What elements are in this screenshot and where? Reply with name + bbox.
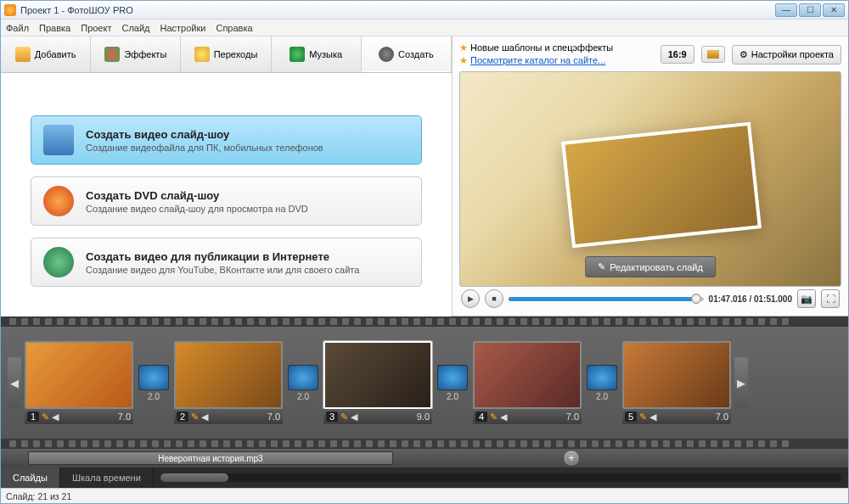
slide-number: 5 (625, 412, 637, 422)
create-panel: Создать видео слайд-шоуСоздание видеофай… (1, 73, 452, 329)
transition-duration: 2.0 (447, 392, 458, 401)
transition-thumb[interactable] (437, 365, 468, 390)
edit-slide-button[interactable]: ✎Редактировать слайд (585, 256, 716, 277)
pencil-icon[interactable]: ✎ (340, 412, 348, 423)
transition-thumb[interactable] (288, 365, 318, 390)
prev-slide-button[interactable]: ◀ (8, 357, 21, 408)
slide-4[interactable]: 4✎◀7.0 (473, 341, 582, 424)
slide-thumb[interactable] (622, 341, 731, 409)
transition[interactable]: 2.0 (137, 365, 171, 401)
tab-music[interactable]: Музыка (272, 36, 362, 72)
scroll-handle[interactable] (160, 473, 228, 482)
transition[interactable]: 2.0 (585, 365, 619, 401)
sound-icon[interactable]: ◀ (201, 412, 208, 423)
transition[interactable]: 2.0 (436, 365, 469, 401)
menu-slide[interactable]: Слайд (121, 23, 149, 33)
slide-3[interactable]: 3✎◀9.0 (323, 341, 432, 424)
close-button[interactable]: ✕ (823, 3, 845, 17)
menu-edit[interactable]: Правка (39, 23, 70, 33)
transition-duration: 2.0 (297, 392, 309, 401)
stop-button[interactable]: ■ (485, 289, 503, 308)
filmstrip-top (1, 316, 848, 327)
view-timeline-tab[interactable]: Шкала времени (60, 468, 154, 488)
app-icon (4, 4, 16, 16)
seek-bar[interactable] (509, 297, 704, 301)
pencil-icon[interactable]: ✎ (490, 412, 498, 423)
option-dvd-slideshow[interactable]: Создать DVD слайд-шоуСоздание видео слай… (31, 176, 422, 226)
tab-transitions[interactable]: Переходы (181, 36, 271, 72)
maximize-button[interactable]: ☐ (799, 3, 821, 17)
slide-info: 5✎◀7.0 (622, 409, 731, 424)
slide-2[interactable]: 2✎◀7.0 (174, 341, 283, 424)
transition[interactable]: 2.0 (286, 365, 320, 401)
transition-thumb[interactable] (138, 365, 169, 390)
menu-help[interactable]: Справка (216, 23, 252, 33)
option-web-video[interactable]: Создать видео для публикации в Интернете… (31, 238, 422, 287)
view-tabs: Слайды Шкала времени (1, 468, 848, 488)
timeline-scrollbar[interactable] (160, 473, 841, 482)
slide-info: 3✎◀9.0 (323, 409, 432, 424)
slide-thumb[interactable] (174, 341, 283, 409)
sound-icon[interactable]: ◀ (649, 412, 656, 423)
globe-icon (43, 247, 74, 277)
player-controls: ▶ ■ 01:47.016 / 01:51.000 📷 ⛶ (459, 287, 841, 311)
next-slide-button[interactable]: ▶ (734, 357, 748, 408)
palette-icon (104, 47, 120, 62)
slide-info: 1✎◀7.0 (25, 409, 133, 424)
slide-info: 4✎◀7.0 (473, 409, 582, 424)
slide-5[interactable]: 5✎◀7.0 (622, 341, 731, 424)
slide-1[interactable]: 1✎◀7.0 (25, 341, 133, 424)
left-panel: Добавить Эффекты Переходы Музыка Создать… (1, 36, 453, 316)
sound-icon[interactable]: ◀ (351, 412, 357, 423)
pencil-icon[interactable]: ✎ (191, 412, 199, 423)
tab-create[interactable]: Создать (362, 36, 452, 72)
time-display: 01:47.016 / 01:51.000 (709, 294, 792, 304)
slide-duration: 7.0 (118, 412, 131, 422)
pencil-icon: ✎ (598, 261, 605, 272)
snapshot-button[interactable]: 📷 (797, 289, 816, 308)
slide-duration: 7.0 (716, 412, 728, 422)
right-panel: ★Новые шаблоны и спецэффекты ★Посмотрите… (453, 36, 848, 316)
menu-settings[interactable]: Настройки (160, 23, 206, 33)
titlebar: Проект 1 - ФотоШОУ PRO — ☐ ✕ (1, 1, 848, 20)
menu-file[interactable]: Файл (6, 23, 29, 33)
slide-number: 2 (177, 412, 188, 422)
aspect-button[interactable]: 16:9 (661, 45, 694, 64)
slide-info: 2✎◀7.0 (174, 409, 283, 424)
fullscreen-button[interactable]: ⛶ (821, 289, 840, 308)
folder-icon (15, 47, 31, 62)
catalog-link[interactable]: Посмотрите каталог на сайте... (470, 55, 605, 65)
add-audio-button[interactable]: + (563, 450, 580, 467)
audio-track[interactable]: Невероятная история.mp3 (28, 451, 393, 465)
play-button[interactable]: ▶ (461, 289, 480, 308)
display-button[interactable] (701, 46, 725, 63)
menu-project[interactable]: Проект (81, 23, 111, 33)
pencil-icon[interactable]: ✎ (639, 412, 647, 423)
slide-thumb[interactable] (323, 341, 432, 409)
sound-icon[interactable]: ◀ (52, 412, 59, 423)
dvd-icon (43, 186, 74, 216)
preview-area: ✎Редактировать слайд (459, 71, 841, 287)
seek-knob[interactable] (691, 294, 701, 304)
slide-thumb[interactable] (25, 341, 133, 409)
timeline-panel: ◀ 1✎◀7.02.02✎◀7.02.03✎◀9.02.04✎◀7.02.05✎… (1, 316, 848, 488)
tab-add[interactable]: Добавить (1, 36, 91, 72)
sound-icon[interactable]: ◀ (500, 412, 507, 423)
app-window: Проект 1 - ФотоШОУ PRO — ☐ ✕ Файл Правка… (0, 0, 849, 504)
transition-duration: 2.0 (148, 392, 160, 401)
minimize-button[interactable]: — (775, 3, 797, 17)
view-slides-tab[interactable]: Слайды (1, 468, 60, 488)
slide-duration: 7.0 (566, 412, 579, 422)
monitor-icon (43, 125, 74, 155)
window-title: Проект 1 - ФотоШОУ PRO (20, 5, 775, 15)
option-video-slideshow[interactable]: Создать видео слайд-шоуСоздание видеофай… (31, 115, 422, 165)
slide-number: 3 (326, 412, 338, 422)
project-settings-button[interactable]: ⚙Настройки проекта (732, 45, 841, 64)
slide-thumb[interactable] (473, 341, 582, 409)
slide-number: 4 (475, 412, 487, 422)
tab-effects[interactable]: Эффекты (91, 36, 181, 72)
pencil-icon[interactable]: ✎ (42, 412, 49, 423)
transition-thumb[interactable] (587, 365, 617, 390)
slide-duration: 7.0 (267, 412, 280, 422)
audio-bar: Невероятная история.mp3 + (1, 449, 848, 468)
